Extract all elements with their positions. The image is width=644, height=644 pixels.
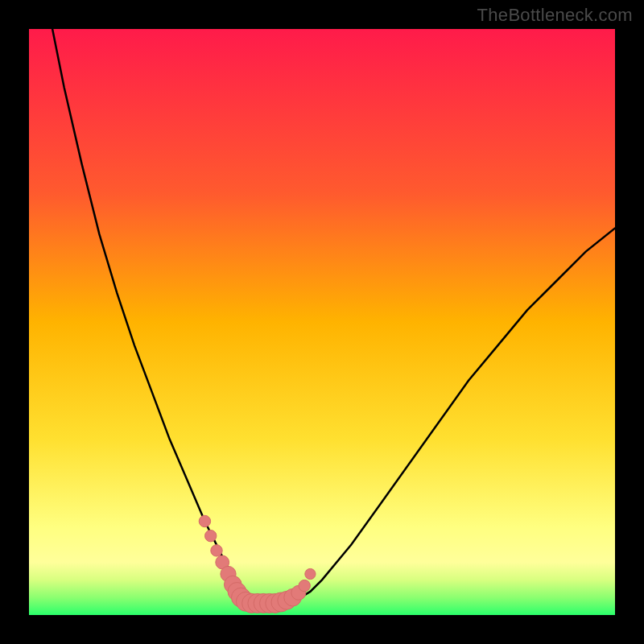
curve-marker xyxy=(299,580,310,591)
watermark-text: TheBottleneck.com xyxy=(477,5,633,26)
curve-marker xyxy=(205,530,217,542)
gradient-background xyxy=(29,29,615,615)
chart-svg xyxy=(29,29,615,615)
chart-frame: TheBottleneck.com xyxy=(0,0,644,644)
curve-marker xyxy=(305,568,316,579)
plot-area xyxy=(29,29,615,615)
curve-marker xyxy=(211,545,222,556)
curve-marker xyxy=(199,515,210,526)
